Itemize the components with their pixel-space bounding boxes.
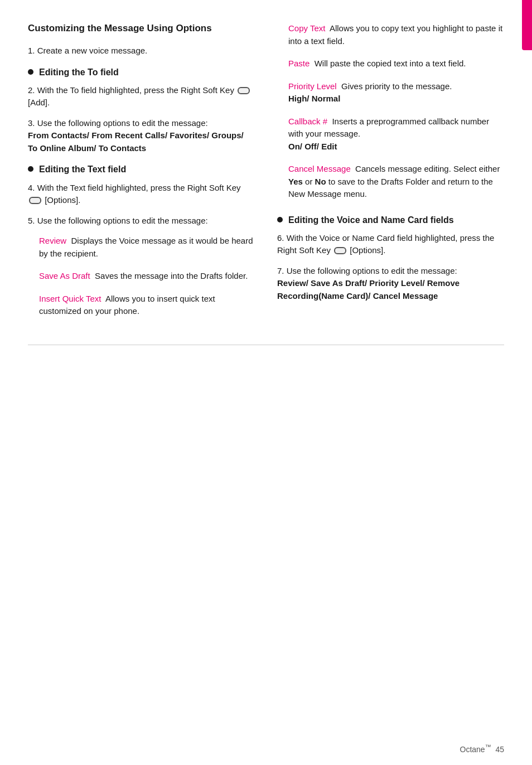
bullet-dot-2	[28, 166, 33, 172]
step-4-text: 4. With the Text field highlighted, pres…	[28, 183, 241, 205]
option-review-term: Review	[39, 236, 66, 245]
option-priority-desc: Gives priority to the message.	[339, 81, 452, 91]
option-callback-bold: On/ Off/ Edit	[288, 142, 337, 151]
option-paste: Paste Will paste the copied text into a …	[277, 57, 504, 70]
footer-brand: Octane	[460, 745, 485, 754]
step-4-suffix: [Options].	[45, 195, 80, 205]
step-5-text: 5. Use the following options to edit the…	[28, 216, 208, 225]
step-2-suffix: [Add].	[28, 98, 50, 107]
option-save-draft-desc-text: Saves the message into the Drafts folder…	[95, 271, 248, 280]
step-1: 1. Create a new voice message.	[28, 45, 255, 57]
option-save-as-draft: Save As Draft Saves the message into the…	[28, 270, 255, 283]
option-review: Review Displays the Voice message as it …	[28, 235, 255, 260]
option-cancel-term: Cancel Message	[288, 164, 351, 173]
step-7: 7. Use the following options to edit the…	[277, 265, 504, 303]
option-cancel-message: Cancel Message Cancels message editing. …	[277, 163, 504, 201]
footer-page-number: 45	[495, 745, 504, 754]
right-column: Copy Text Allows you to copy text you hi…	[277, 22, 504, 328]
option-copy-term: Copy Text	[288, 23, 325, 33]
option-callback: Callback # Inserts a preprogrammed callb…	[277, 115, 504, 153]
step-6: 6. With the Voice or Name Card field hig…	[277, 232, 504, 257]
step-3: 3. Use the following options to edit the…	[28, 117, 255, 155]
step-7-prefix: 7. Use the following options to edit the…	[277, 266, 457, 275]
option-iqt-term: Insert Quick Text	[39, 294, 101, 303]
left-column: Customizing the Message Using Options 1.…	[28, 22, 255, 328]
bullet-dot-1	[28, 69, 33, 75]
bullet-dot-3	[277, 217, 283, 222]
section-title: Customizing the Message Using Options	[28, 22, 255, 35]
bullet-label-3: Editing the Voice and Name Card fields	[288, 214, 454, 226]
step-6-suffix: [Options].	[350, 245, 385, 255]
option-review-desc-text: Displays the Voice message as it would b…	[39, 236, 253, 258]
option-save-draft-term: Save As Draft	[39, 271, 90, 280]
step-3-options: From Contacts/ From Recent Calls/ Favori…	[28, 130, 244, 153]
soft-key-icon-2	[29, 197, 41, 204]
step-4: 4. With the Text field highlighted, pres…	[28, 182, 255, 207]
two-column-layout: Customizing the Message Using Options 1.…	[28, 22, 504, 328]
pink-tab	[522, 0, 532, 50]
step-5: 5. Use the following options to edit the…	[28, 215, 255, 227]
bullet-label-1: Editing the To field	[39, 66, 119, 79]
option-paste-desc-text: Will paste the copied text into a text f…	[315, 59, 466, 68]
step-1-text: 1. Create a new voice message.	[28, 46, 147, 55]
soft-key-icon-1	[238, 87, 250, 94]
footer-trademark: ™	[485, 743, 491, 750]
page-footer: Octane™ 45	[460, 743, 505, 754]
bullet-editing-to: Editing the To field	[28, 66, 255, 79]
step-2: 2. With the To field highlighted, press …	[28, 84, 255, 109]
option-callback-term: Callback #	[288, 117, 327, 126]
page-container: Customizing the Message Using Options 1.…	[0, 0, 532, 765]
option-copy-text: Copy Text Allows you to copy text you hi…	[277, 22, 504, 47]
soft-key-icon-3	[334, 247, 346, 254]
option-paste-term: Paste	[288, 59, 309, 68]
option-priority-term: Priority Level	[288, 81, 337, 91]
page-divider	[28, 345, 504, 345]
bullet-label-2: Editing the Text field	[39, 163, 126, 176]
bullet-editing-voice: Editing the Voice and Name Card fields	[277, 214, 504, 226]
option-priority-bold: High/ Normal	[288, 94, 340, 103]
step-6-text: 6. With the Voice or Name Card field hig…	[277, 233, 494, 255]
step-7-options: Review/ Save As Draft/ Priority Level/ R…	[277, 278, 460, 301]
step-3-prefix: 3. Use the following options to edit the…	[28, 118, 208, 128]
option-priority: Priority Level Gives priority to the mes…	[277, 80, 504, 105]
bullet-editing-text: Editing the Text field	[28, 163, 255, 176]
option-insert-quick-text: Insert Quick Text Allows you to insert q…	[28, 293, 255, 318]
step-2-text: 2. With the To field highlighted, press …	[28, 85, 251, 108]
